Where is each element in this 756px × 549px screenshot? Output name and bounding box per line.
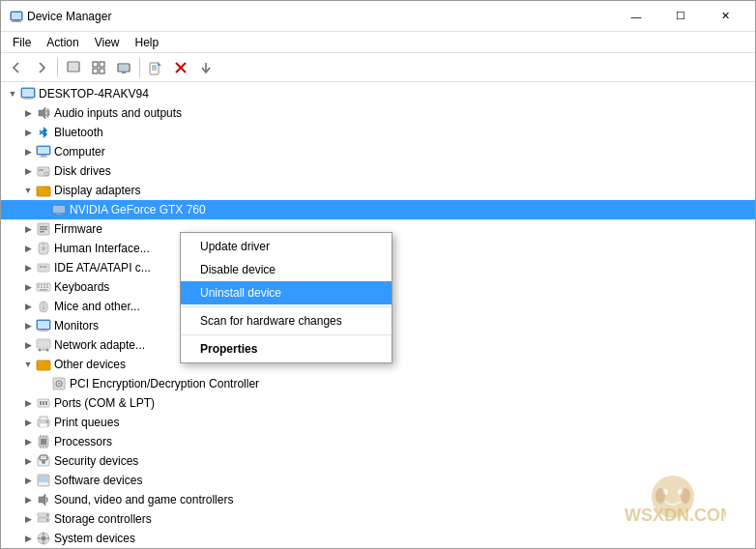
menu-bar: File Action View Help [1,32,755,53]
disk-expander[interactable]: ▶ [20,163,36,179]
svg-rect-27 [41,155,46,157]
network-expander[interactable]: ▶ [20,337,36,353]
minimize-button[interactable]: — [614,1,658,32]
menu-help[interactable]: Help [128,34,167,51]
tree-item-ports[interactable]: ▶ Ports (COM & LPT) [1,393,755,413]
monitors-label: Monitors [54,319,99,332]
tree-item-nvidia[interactable]: NVIDIA GeForce GTX 760 [1,200,755,219]
ctx-properties[interactable]: Properties [181,337,392,361]
bluetooth-expander[interactable]: ▶ [20,125,36,140]
system-expander[interactable]: ▶ [20,531,36,546]
toolbar-btn-1[interactable] [62,56,85,79]
svg-rect-26 [38,147,49,154]
mice-label: Mice and other... [54,300,140,313]
monitors-icon [36,318,51,333]
menu-view[interactable]: View [87,34,128,51]
sound-expander[interactable]: ▶ [20,492,36,507]
svg-rect-12 [122,72,126,73]
hid-icon [36,241,51,256]
forward-button[interactable] [30,56,53,79]
down-button[interactable] [194,56,218,79]
software-icon [36,473,51,488]
svg-rect-54 [41,287,43,289]
storage-icon [36,511,51,527]
other-expander[interactable]: ▼ [20,357,36,372]
ide-expander[interactable]: ▶ [20,260,36,275]
svg-rect-55 [44,287,45,289]
title-bar: Device Manager — ☐ ✕ [1,1,755,32]
software-expander[interactable]: ▶ [20,473,36,488]
firmware-expander[interactable]: ▶ [20,221,36,237]
monitors-expander[interactable]: ▶ [20,318,36,333]
ctx-update-driver[interactable]: Update driver [181,235,392,258]
svg-rect-8 [93,69,98,73]
menu-action[interactable]: Action [39,34,86,51]
toolbar-btn-4[interactable] [144,56,167,79]
pci-label: PCI Encryption/Decryption Controller [70,377,259,390]
toolbar-separator-1 [57,58,58,77]
back-button[interactable] [5,56,28,79]
svg-rect-52 [46,284,48,286]
display-folder-icon [36,183,51,198]
storage-expander[interactable]: ▶ [20,511,36,527]
svg-rect-38 [40,226,47,228]
storage-label: Storage controllers [54,512,152,526]
system-label: System devices [54,532,135,545]
svg-point-103 [42,536,46,541]
tree-root[interactable]: ▼ DESKTOP-4RAKV94 [1,84,755,103]
remove-button[interactable] [169,56,192,79]
svg-point-82 [46,421,48,423]
tree-item-computer[interactable]: ▶ Computer [1,142,755,161]
svg-rect-47 [44,266,46,268]
mice-expander[interactable]: ▶ [20,299,36,314]
toolbar [1,53,755,82]
bluetooth-label: Bluetooth [54,126,103,139]
svg-point-119 [655,488,665,504]
menu-file[interactable]: File [5,34,39,51]
computer-label: Computer [54,145,105,159]
software-label: Software devices [54,474,142,487]
close-button[interactable]: ✕ [703,1,747,32]
tree-item-pci[interactable]: PCI Encryption/Decryption Controller [1,374,755,393]
processors-expander[interactable]: ▶ [20,434,36,449]
display-expander[interactable]: ▼ [20,183,36,198]
ports-expander[interactable]: ▶ [20,395,36,411]
other-folder-icon [36,357,51,372]
tree-item-disk[interactable]: ▶ Disk drives [1,161,755,181]
nvidia-label: NVIDIA GeForce GTX 760 [70,203,206,217]
maximize-button[interactable]: ☐ [658,1,703,32]
svg-rect-39 [40,229,47,231]
print-expander[interactable]: ▶ [20,415,36,430]
ctx-uninstall-device[interactable]: Uninstall device [181,281,392,304]
tree-item-bluetooth[interactable]: ▶ Bluetooth [1,123,755,142]
window-controls: — ☐ ✕ [614,1,747,32]
tree-item-print[interactable]: ▶ Print queues [1,413,755,432]
security-expander[interactable]: ▶ [20,453,36,469]
ide-icon [36,260,51,275]
svg-rect-96 [39,482,48,485]
toolbar-btn-2[interactable] [87,56,110,79]
firmware-icon [36,221,51,237]
ctx-scan-hardware[interactable]: Scan for hardware changes [181,309,392,332]
tree-item-security[interactable]: ▶ Security devices [1,451,755,471]
svg-rect-76 [40,401,42,405]
hid-expander[interactable]: ▶ [20,241,36,256]
keyboards-icon [36,279,51,295]
disk-label: Disk drives [54,164,111,178]
root-expander[interactable]: ▼ [5,86,20,101]
computer-expander[interactable]: ▶ [20,144,36,159]
svg-rect-56 [46,287,48,289]
svg-rect-77 [43,401,44,405]
sound-label: Sound, video and game controllers [54,493,233,506]
window-title: Device Manager [27,10,614,23]
toolbar-btn-3[interactable] [112,56,135,79]
keyboards-expander[interactable]: ▶ [20,279,36,295]
print-label: Print queues [54,416,119,429]
audio-expander[interactable]: ▶ [20,105,36,121]
tree-item-processors[interactable]: ▶ Processors [1,432,755,451]
tree-item-display[interactable]: ▼ Display adapters [1,181,755,200]
ctx-disable-device[interactable]: Disable device [181,258,392,281]
audio-label: Audio inputs and outputs [54,106,182,120]
tree-item-audio[interactable]: ▶ Audio inputs and outputs [1,103,755,123]
tree-item-system[interactable]: ▶ System devices [1,529,755,548]
